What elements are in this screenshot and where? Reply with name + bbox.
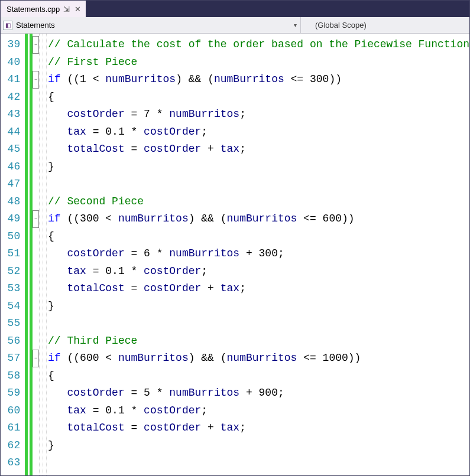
class-dropdown[interactable]: ◧ Statements ▾	[1, 17, 301, 33]
chevron-down-icon: ▾	[294, 22, 297, 28]
pin-icon[interactable]: ⇲	[63, 5, 70, 14]
token-op: ;	[278, 247, 284, 259]
code-line[interactable]	[48, 454, 469, 472]
code-line[interactable]: if ((1 < numBurritos) && (numBurritos <=…	[48, 71, 469, 89]
token-id: totalCost	[67, 282, 124, 294]
code-line[interactable]: // Calculate the cost of the order based…	[48, 36, 469, 54]
code-area[interactable]: // Calculate the cost of the order based…	[47, 34, 469, 475]
token-id: tax	[221, 282, 239, 294]
file-tab[interactable]: Statements.cpp ⇲ ✕	[1, 1, 86, 17]
code-line[interactable]: {	[48, 89, 469, 106]
code-line[interactable]: // Third Piece	[48, 332, 469, 350]
token-op: ) && (	[189, 352, 227, 364]
token-op: *	[125, 126, 144, 138]
token-op	[48, 282, 67, 294]
token-n: 0.1	[105, 265, 124, 277]
code-line[interactable]: tax = 0.1 * costOrder;	[48, 123, 469, 141]
line-number: 42	[1, 89, 25, 106]
token-op: ) && (	[176, 73, 214, 85]
token-op: +	[201, 422, 220, 433]
code-line[interactable]: {	[48, 367, 469, 385]
token-id: costOrder	[144, 405, 201, 416]
token-op: *	[150, 387, 169, 399]
token-k: if	[48, 73, 61, 85]
code-line[interactable]: costOrder = 5 * numBurritos + 900;	[48, 384, 469, 402]
line-number: 56	[1, 332, 25, 350]
fold-toggle-icon[interactable]: −	[33, 350, 39, 367]
change-indicator	[25, 34, 33, 475]
token-op: ))	[329, 73, 342, 85]
token-n: 1	[80, 73, 86, 85]
token-op: ) && (	[189, 213, 227, 224]
code-line[interactable]: // First Piece	[48, 54, 469, 71]
code-line[interactable]: if ((600 < numBurritos) && (numBurritos …	[48, 350, 469, 367]
token-op: =	[125, 247, 144, 259]
fold-cell	[33, 123, 39, 141]
token-op: ;	[239, 143, 246, 155]
code-line[interactable]	[48, 175, 469, 193]
code-line[interactable]: {	[48, 228, 469, 246]
code-line[interactable]: totalCost = costOrder + tax;	[48, 141, 469, 158]
line-number: 60	[1, 402, 25, 420]
fold-cell	[33, 280, 39, 298]
code-line[interactable]: tax = 0.1 * costOrder;	[48, 402, 469, 420]
line-number: 59	[1, 384, 25, 402]
token-id: tax	[67, 405, 86, 416]
fold-cell	[33, 54, 39, 71]
code-line[interactable]: }	[48, 158, 469, 176]
token-op	[48, 387, 67, 399]
token-id: numBurritos	[169, 108, 239, 120]
token-n: 600	[323, 213, 342, 224]
fold-toggle-icon[interactable]: −	[33, 36, 39, 54]
line-number: 40	[1, 54, 25, 71]
line-number: 47	[1, 175, 25, 193]
token-op: <=	[297, 352, 322, 364]
code-line[interactable]: costOrder = 7 * numBurritos;	[48, 106, 469, 123]
token-op: {	[48, 91, 54, 103]
code-editor[interactable]: 3940414243444546474849505152535455565758…	[1, 34, 469, 475]
line-number: 41	[1, 71, 25, 89]
code-line[interactable]: totalCost = costOrder + tax;	[48, 419, 469, 437]
fold-cell	[33, 158, 39, 176]
token-op: *	[125, 405, 144, 416]
fold-cell	[33, 228, 39, 246]
line-number: 55	[1, 315, 25, 332]
token-c: // First Piece	[48, 56, 137, 68]
line-number: 62	[1, 437, 25, 455]
token-op	[48, 143, 67, 155]
fold-cell	[33, 315, 39, 332]
fold-cell	[33, 384, 39, 402]
code-line[interactable]: costOrder = 6 * numBurritos + 300;	[48, 245, 469, 263]
fold-toggle-icon[interactable]: −	[33, 210, 39, 228]
token-op: +	[239, 247, 258, 259]
token-id: totalCost	[67, 143, 124, 155]
fold-toggle-icon[interactable]: −	[33, 71, 39, 89]
fold-cell: −	[33, 350, 39, 367]
token-op: <	[86, 73, 105, 85]
code-line[interactable]: if ((300 < numBurritos) && (numBurritos …	[48, 210, 469, 228]
code-line[interactable]: tax = 0.1 * costOrder;	[48, 263, 469, 281]
token-n: 5	[144, 387, 150, 399]
token-op: }	[48, 439, 54, 451]
code-line[interactable]: totalCost = costOrder + tax;	[48, 280, 469, 298]
token-c: // Calculate the cost of the order based…	[48, 38, 469, 50]
token-n: 0.1	[105, 405, 124, 416]
code-line[interactable]: }	[48, 298, 469, 315]
line-number: 43	[1, 106, 25, 123]
token-id: numBurritos	[118, 213, 189, 224]
token-op: =	[125, 422, 144, 433]
scope-dropdown[interactable]: (Global Scope)	[301, 21, 469, 30]
code-line[interactable]: }	[48, 437, 469, 455]
code-line[interactable]: // Second Piece	[48, 193, 469, 211]
token-op	[48, 265, 67, 277]
token-op: +	[239, 387, 258, 399]
line-number-gutter: 3940414243444546474849505152535455565758…	[1, 34, 25, 475]
close-icon[interactable]: ✕	[73, 5, 82, 14]
fold-cell: −	[33, 36, 39, 54]
token-id: numBurritos	[105, 73, 176, 85]
token-n: 7	[144, 108, 150, 120]
code-line[interactable]	[48, 315, 469, 332]
fold-cell	[33, 332, 39, 350]
token-op: ((	[61, 352, 80, 364]
fold-cell	[33, 89, 39, 106]
